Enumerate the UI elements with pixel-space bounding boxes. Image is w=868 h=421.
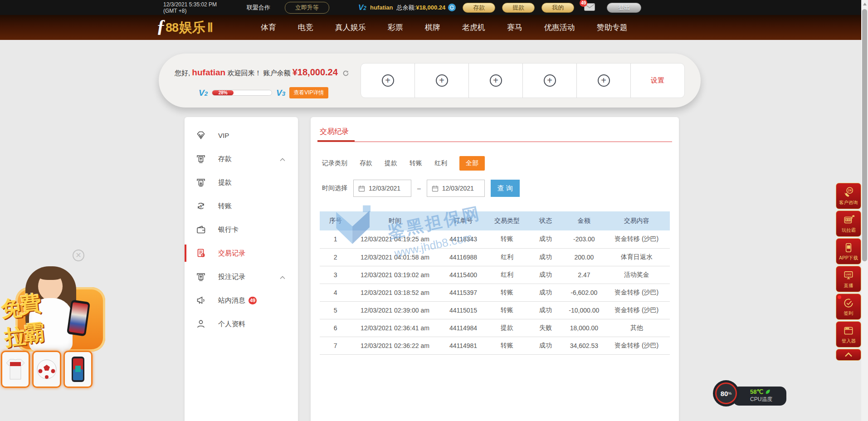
table-header-row: 序号 时间 订单号 交易类型 状态 金额 交易内容 — [320, 211, 670, 230]
float-button-live-stream[interactable]: LIVE 直播 — [836, 266, 861, 292]
collapse-menu-button[interactable] — [836, 349, 861, 361]
mine-button[interactable]: 我的 — [541, 3, 574, 13]
tab-divider-line — [317, 142, 672, 142]
sidebar-item-betting-records[interactable]: 投注记录 — [185, 265, 298, 289]
table-row: 112/03/2021 04:19:25 am44118343转账成功-203.… — [320, 230, 670, 248]
status-badge: 成功 — [526, 337, 565, 354]
brand-logo[interactable]: ƒ88娱乐Ⅱ — [156, 19, 213, 37]
welcome-username: hufatian — [192, 68, 225, 77]
plus-circle-icon: + — [382, 74, 394, 87]
vip-current-level: V2 — [199, 88, 208, 98]
greeting-middle: 欢迎回来！ — [227, 69, 261, 77]
chevron-up-icon[interactable] — [280, 273, 285, 281]
sidebar-item-bank-card[interactable]: 银行卡 — [185, 218, 298, 241]
upgrade-button[interactable]: 立即升等 — [285, 2, 329, 14]
slot-machine-icon: 777 — [843, 214, 854, 226]
filter-all-active[interactable]: 全部 — [459, 156, 485, 171]
add-slot-button-5[interactable]: + — [576, 64, 630, 98]
tab-transaction-records[interactable]: 交易纪录 — [320, 127, 349, 137]
scrollbar-thumb[interactable] — [862, 9, 867, 261]
slot-reel-football[interactable] — [32, 351, 61, 388]
add-slot-button-3[interactable]: + — [468, 64, 522, 98]
logo-text: 娱乐 — [179, 19, 205, 37]
float-button-login-tool[interactable]: 登入器 — [836, 321, 861, 348]
nav-item-slots[interactable]: 老虎机 — [462, 22, 485, 33]
filter-deposit[interactable]: 存款 — [360, 159, 372, 167]
slot-reel-jersey[interactable] — [1, 351, 30, 388]
deposit-button[interactable]: 存款 — [463, 3, 495, 13]
sidebar-item-deposit[interactable]: 存款 — [185, 147, 298, 171]
cpu-usage-circle: 80% — [713, 380, 739, 406]
filter-withdraw[interactable]: 提款 — [385, 159, 397, 167]
table-row: 612/03/2021 02:36:41 am44114984提款失败18,00… — [320, 319, 670, 337]
transaction-records-panel: 交易纪录 记录类别 存款 提款 转账 红利 全部 时间选择 12/03/2021… — [311, 117, 679, 421]
table-row: 412/03/2021 03:18:52 am44115397转账成功-6,60… — [320, 284, 670, 301]
table-row: 712/03/2021 02:36:22 am44114981转账成功34,60… — [320, 337, 670, 354]
alliance-link[interactable]: 联盟合作 — [247, 4, 270, 12]
nav-item-esports[interactable]: 电竞 — [298, 22, 313, 33]
browser-window-icon — [843, 325, 854, 337]
refresh-icon[interactable] — [342, 70, 349, 78]
sidebar-item-transfer[interactable]: $ 转账 — [185, 194, 298, 218]
add-slot-button-2[interactable]: + — [414, 64, 468, 98]
date-separator: – — [417, 185, 421, 192]
float-button-customer-service[interactable]: 24 客户咨询 — [836, 183, 861, 209]
scrollbar-track[interactable] — [861, 0, 868, 421]
date-to-input[interactable]: 12/03/2021 — [427, 180, 485, 197]
plus-circle-icon: + — [598, 74, 610, 87]
col-header-no: 序号 — [320, 211, 351, 230]
svg-text:24: 24 — [848, 189, 852, 192]
calendar-icon — [358, 185, 366, 192]
main-nav: ƒ88娱乐Ⅱ 体育 电竞 真人娱乐 彩票 棋牌 老虎机 赛马 优惠活动 赞助专题 — [0, 15, 861, 40]
float-button-check-in[interactable]: 签到 — [836, 294, 861, 320]
svg-text:LIVE: LIVE — [846, 273, 851, 276]
settings-link[interactable]: 设置 — [630, 64, 684, 98]
live-monitor-icon: LIVE — [843, 269, 854, 281]
scroll-up-arrow[interactable] — [863, 3, 867, 5]
status-badge: 成功 — [526, 301, 565, 319]
nav-item-lottery[interactable]: 彩票 — [388, 22, 403, 33]
slot-reel-phone[interactable] — [63, 351, 93, 388]
close-icon[interactable]: ✕ — [73, 250, 84, 261]
withdraw-button[interactable]: 提款 — [502, 3, 535, 13]
sidebar-item-profile[interactable]: 个人资料 — [185, 312, 298, 336]
nav-item-sports[interactable]: 体育 — [261, 22, 276, 33]
nav-item-board-games[interactable]: 棋牌 — [425, 22, 440, 33]
search-button[interactable]: 查 询 — [491, 180, 520, 197]
chevron-up-icon[interactable] — [280, 155, 285, 163]
refresh-balance-icon[interactable] — [448, 4, 456, 11]
calendar-icon — [431, 185, 439, 192]
status-badge: 失败 — [526, 319, 565, 337]
nav-item-live-casino[interactable]: 真人娱乐 — [335, 22, 366, 33]
plus-circle-icon: + — [436, 74, 448, 87]
float-button-app-download[interactable]: APP下载 — [836, 238, 861, 264]
filter-bonus[interactable]: 红利 — [434, 159, 447, 167]
nav-item-sponsorship[interactable]: 赞助专题 — [597, 22, 628, 33]
check-circle-icon — [843, 297, 854, 309]
mail-icon[interactable]: 49 — [584, 3, 595, 12]
logo-88: 88 — [166, 21, 178, 35]
quick-action-panel: + + + + + 设置 — [361, 63, 685, 98]
sidebar-item-site-messages[interactable]: 站内消息 49 — [185, 289, 298, 312]
float-button-slots[interactable]: 777 玩拉霸 — [836, 210, 861, 237]
nav-item-promotions[interactable]: 优惠活动 — [544, 22, 575, 33]
promo-char-2: 費 — [19, 289, 43, 320]
add-slot-button-4[interactable]: + — [522, 64, 576, 98]
transactions-table: 序号 时间 订单号 交易类型 状态 金额 交易内容 112/03/2021 04… — [320, 211, 670, 355]
vip-detail-button[interactable]: 查看VIP详情 — [289, 87, 328, 98]
phone-24-icon: 24 — [843, 186, 854, 198]
vip-next-level: V3 — [276, 88, 285, 98]
add-slot-button-1[interactable]: + — [361, 64, 414, 98]
top-bar: 12/3/2021 5:35:02 PM (GMT +8) 联盟合作 立即升等 … — [0, 0, 861, 15]
sidebar-item-vip[interactable]: VIP — [185, 123, 298, 147]
nav-item-horse-racing[interactable]: 赛马 — [507, 22, 522, 33]
cpu-temp-label: CPU温度 — [750, 396, 786, 403]
welcome-balance-value: ¥18,000.24 — [293, 67, 338, 77]
date-from-input[interactable]: 12/03/2021 — [353, 180, 411, 197]
filter-transfer[interactable]: 转账 — [410, 159, 422, 167]
sidebar-item-transaction-records[interactable]: 交易记录 — [185, 241, 298, 265]
sidebar-item-withdraw[interactable]: 提款 — [185, 171, 298, 194]
col-header-amount: 金额 — [565, 211, 603, 230]
logout-button[interactable]: 登出 — [607, 3, 641, 13]
vip-progress-fill: 28% — [212, 90, 234, 95]
